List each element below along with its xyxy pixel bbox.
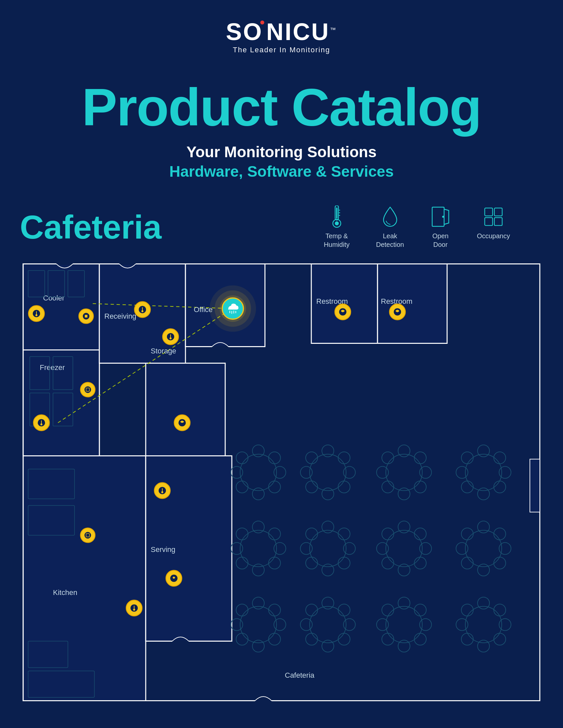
svg-point-116 [338,604,350,616]
svg-point-112 [322,640,334,652]
svg-point-76 [322,564,334,576]
open-door-label: OpenDoor [432,232,448,249]
svg-point-110 [310,607,346,643]
sensor-kitchen-2 [80,528,95,543]
svg-rect-21 [146,363,225,456]
svg-point-44 [338,452,350,464]
svg-point-71 [268,528,280,540]
svg-text:Kitchen: Kitchen [53,588,77,597]
floor-plan: Cooler Freezer Receiving Storage Kitchen… [20,256,543,708]
temp-humidity-label: Temp &Humidity [324,232,350,249]
svg-point-103 [252,640,264,652]
sensor-storage-1 [163,329,178,345]
sensor-serving-1 [154,483,170,499]
svg-point-128 [465,607,502,643]
sensor-cooler-1 [28,306,44,322]
svg-point-67 [252,564,264,576]
svg-point-104 [231,619,243,631]
svg-point-63 [461,481,473,493]
svg-point-109 [268,633,280,645]
sensor-restroom-2 [390,304,405,320]
svg-point-107 [268,604,280,616]
svg-point-57 [478,445,490,457]
svg-point-121 [398,640,410,652]
svg-point-179 [84,387,91,393]
legend-open-door: OpenDoor [431,205,450,249]
svg-point-31 [252,488,264,500]
svg-rect-12 [494,218,502,226]
svg-point-82 [338,557,350,569]
svg-point-41 [301,467,312,478]
svg-rect-18 [23,456,146,701]
svg-point-54 [382,481,394,493]
svg-point-59 [456,467,468,478]
svg-text:Receiving: Receiving [104,312,136,320]
svg-point-32 [231,467,243,478]
svg-point-35 [268,452,280,464]
svg-point-102 [252,597,264,609]
catalog-title: Product Catalog [82,81,481,134]
svg-point-47 [386,454,422,491]
svg-point-132 [499,619,511,631]
svg-point-8 [442,216,444,218]
svg-point-90 [382,557,394,569]
svg-rect-167 [85,315,87,318]
svg-point-134 [494,604,506,616]
catalog-subtitle-sub: Hardware, Software & Services [82,163,481,180]
svg-text:Freezer: Freezer [40,363,65,372]
sensor-active-office [210,286,256,332]
svg-point-58 [478,488,490,500]
svg-point-72 [236,557,248,569]
cafeteria-section: Cafeteria Temp &Humidity [20,205,543,708]
legend-leak-detection: LeakDetection [376,205,404,249]
svg-rect-10 [494,208,502,216]
svg-point-84 [398,521,410,533]
svg-point-85 [398,564,410,576]
svg-point-100 [494,557,506,569]
logo-tm: ™ [330,26,337,33]
svg-point-101 [240,607,276,643]
svg-point-91 [414,557,426,569]
svg-point-66 [252,521,264,533]
svg-point-171 [141,310,143,312]
svg-point-197 [133,609,135,611]
svg-point-51 [420,467,432,478]
svg-point-65 [240,530,276,567]
svg-point-97 [461,528,473,540]
svg-rect-11 [485,218,493,226]
svg-point-45 [306,481,318,493]
svg-point-130 [478,640,490,652]
svg-point-43 [306,452,318,464]
svg-point-46 [338,481,350,493]
svg-point-118 [338,633,350,645]
svg-point-42 [344,467,355,478]
svg-point-122 [377,619,389,631]
cafeteria-header: Cafeteria Temp &Humidity [20,205,543,249]
svg-point-39 [322,445,334,457]
svg-point-98 [494,528,506,540]
svg-point-175 [169,338,171,340]
svg-rect-2 [336,207,338,219]
svg-point-74 [310,530,346,567]
svg-point-83 [386,530,422,567]
svg-point-49 [398,488,410,500]
svg-point-135 [461,633,473,645]
sensor-restroom-1 [335,304,351,320]
svg-point-164 [35,314,37,316]
svg-point-136 [494,633,506,645]
svg-point-106 [236,604,248,616]
cafeteria-title: Cafeteria [20,208,162,246]
svg-point-34 [236,452,248,464]
sensor-receiving [134,302,150,318]
svg-text:Cafeteria: Cafeteria [285,671,315,679]
logo-subtitle: The Leader In Monitoring [233,46,330,54]
open-door-icon [431,205,450,228]
svg-point-78 [344,543,355,555]
header: SONICU™ The Leader In Monitoring Product… [0,0,563,180]
svg-point-64 [494,481,506,493]
svg-point-124 [382,604,394,616]
svg-point-123 [420,619,432,631]
svg-point-55 [414,481,426,493]
svg-point-86 [377,543,389,555]
sensor-storage-2 [174,415,190,431]
